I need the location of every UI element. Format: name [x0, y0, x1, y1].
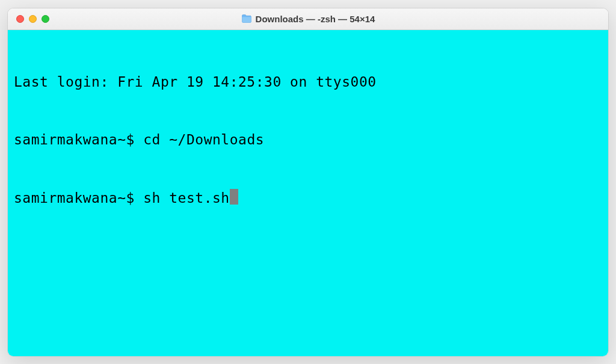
terminal-command: sh test.sh [143, 190, 229, 206]
title-wrap: Downloads — -zsh — 54×14 [8, 14, 608, 24]
close-button[interactable] [16, 15, 24, 23]
terminal-prompt: samirmakwana~$ [14, 190, 143, 206]
folder-icon [241, 14, 252, 23]
terminal-output: Last login: Fri Apr 19 14:25:30 on ttys0… [14, 74, 377, 90]
minimize-button[interactable] [29, 15, 37, 23]
maximize-button[interactable] [42, 15, 49, 23]
terminal-prompt: samirmakwana~$ [14, 132, 143, 147]
terminal-line: Last login: Fri Apr 19 14:25:30 on ttys0… [14, 72, 602, 91]
traffic-lights [16, 15, 49, 23]
terminal-line: samirmakwana~$ sh test.sh [14, 188, 602, 208]
terminal-cursor [230, 189, 238, 205]
window-title: Downloads — -zsh — 54×14 [256, 14, 375, 24]
terminal-command: cd ~/Downloads [143, 132, 264, 147]
terminal-body[interactable]: Last login: Fri Apr 19 14:25:30 on ttys0… [8, 30, 608, 356]
titlebar[interactable]: Downloads — -zsh — 54×14 [8, 8, 608, 30]
terminal-line: samirmakwana~$ cd ~/Downloads [14, 130, 602, 149]
terminal-window: Downloads — -zsh — 54×14 Last login: Fri… [7, 8, 609, 357]
